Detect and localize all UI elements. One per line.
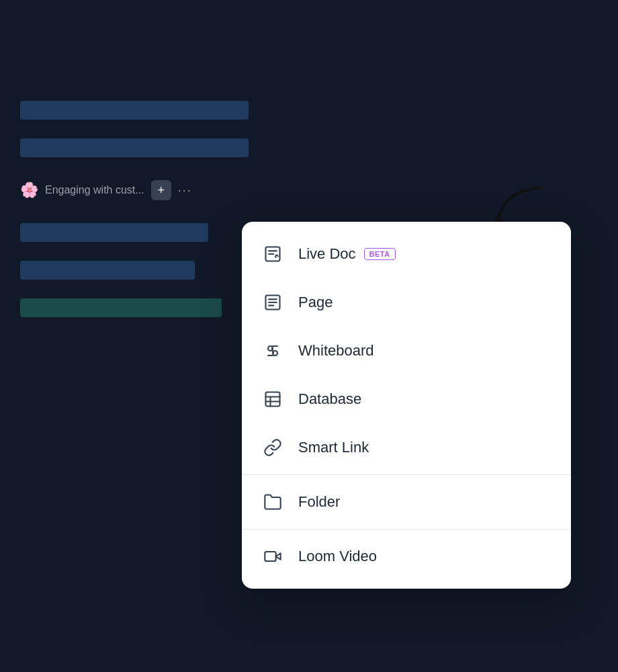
dropdown-menu: Live Doc BETA Page bbox=[242, 222, 571, 589]
page-label: Page bbox=[298, 294, 333, 311]
folder-icon bbox=[261, 490, 285, 514]
dropdown-container: Live Doc BETA Page bbox=[242, 222, 571, 589]
menu-divider-2 bbox=[242, 529, 571, 530]
more-options-button[interactable]: ··· bbox=[178, 183, 192, 198]
database-icon bbox=[261, 387, 285, 411]
loom-video-icon bbox=[261, 544, 285, 569]
whiteboard-label: Whiteboard bbox=[298, 342, 374, 360]
add-button[interactable]: + bbox=[151, 180, 171, 200]
live-doc-icon bbox=[261, 242, 285, 266]
menu-item-whiteboard[interactable]: Whiteboard bbox=[242, 327, 571, 375]
smart-link-label: Smart Link bbox=[298, 439, 369, 456]
page-icon bbox=[261, 290, 285, 314]
menu-item-folder[interactable]: Folder bbox=[242, 478, 571, 526]
engaging-text: Engaging with cust... bbox=[45, 184, 144, 196]
bg-bar-4 bbox=[20, 261, 195, 280]
svg-rect-12 bbox=[266, 392, 280, 407]
beta-badge: BETA bbox=[364, 248, 396, 260]
menu-item-smart-link[interactable]: Smart Link bbox=[242, 423, 571, 472]
database-label: Database bbox=[298, 390, 361, 408]
folder-label: Folder bbox=[298, 493, 340, 511]
flower-icon: 🌸 bbox=[20, 181, 38, 199]
bg-bar-5 bbox=[20, 298, 222, 317]
bg-bar-3 bbox=[20, 223, 208, 242]
svg-point-2 bbox=[275, 257, 277, 258]
menu-item-live-doc[interactable]: Live Doc BETA bbox=[242, 230, 571, 278]
live-doc-label: Live Doc BETA bbox=[298, 245, 396, 263]
loom-video-label: Loom Video bbox=[298, 548, 377, 565]
svg-rect-16 bbox=[265, 552, 275, 561]
smart-link-icon bbox=[261, 435, 285, 460]
menu-item-page[interactable]: Page bbox=[242, 278, 571, 327]
whiteboard-icon bbox=[261, 339, 285, 363]
menu-divider-1 bbox=[242, 474, 571, 475]
bg-bar-1 bbox=[20, 101, 249, 120]
menu-item-loom-video[interactable]: Loom Video bbox=[242, 532, 571, 581]
menu-item-database[interactable]: Database bbox=[242, 375, 571, 423]
bg-bar-2 bbox=[20, 138, 249, 157]
